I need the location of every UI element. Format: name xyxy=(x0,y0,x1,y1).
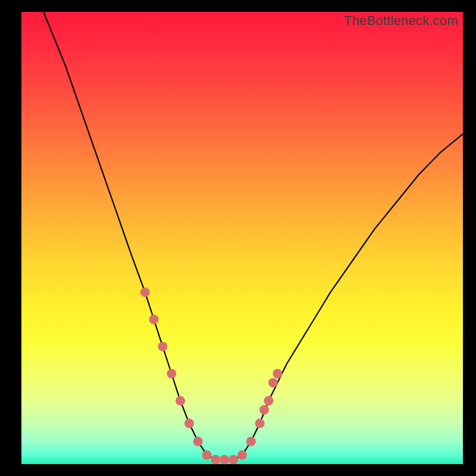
data-marker xyxy=(237,450,247,460)
chart-frame: TheBottleneck.com xyxy=(0,0,476,476)
data-marker xyxy=(273,369,282,378)
data-marker xyxy=(255,419,265,428)
data-marker xyxy=(193,437,203,446)
data-marker xyxy=(202,450,212,460)
data-marker xyxy=(264,396,274,406)
data-marker xyxy=(184,419,194,428)
data-marker xyxy=(268,378,278,387)
data-marker xyxy=(228,455,238,464)
data-marker xyxy=(246,437,256,446)
markers-group xyxy=(140,287,283,464)
data-marker xyxy=(220,455,229,464)
bottleneck-curve-line xyxy=(43,12,463,459)
data-marker xyxy=(167,369,176,378)
data-marker xyxy=(259,405,269,415)
data-marker xyxy=(140,287,150,297)
plot-area: TheBottleneck.com xyxy=(21,12,463,464)
data-marker xyxy=(158,342,167,351)
data-marker xyxy=(211,455,221,464)
data-marker xyxy=(149,315,159,324)
chart-svg xyxy=(21,12,463,464)
data-marker xyxy=(176,396,185,406)
